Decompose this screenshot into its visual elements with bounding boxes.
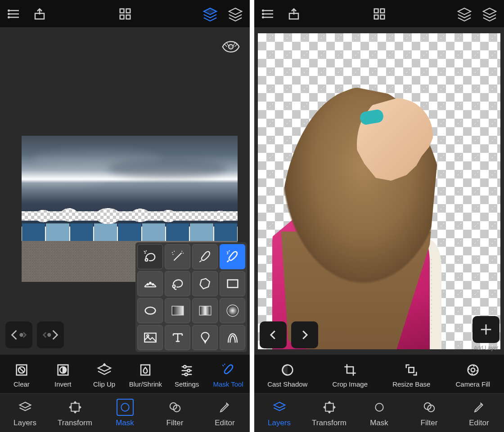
grid-icon[interactable] — [114, 3, 136, 25]
tab-filter-label: Filter — [421, 419, 438, 428]
mask-tool-grid — [135, 242, 247, 352]
list-icon[interactable] — [258, 3, 279, 25]
clipup-option[interactable]: Clip Up — [86, 362, 122, 388]
svg-rect-60 — [380, 15, 384, 19]
svg-rect-28 — [199, 306, 211, 315]
gradient-linear-icon[interactable] — [165, 298, 190, 323]
svg-point-67 — [468, 365, 478, 375]
tab-transform-label: Transform — [312, 419, 346, 428]
svg-point-13 — [229, 45, 233, 49]
brush-erase-icon[interactable] — [192, 244, 218, 269]
gradient-mirror-icon[interactable] — [192, 298, 218, 323]
tab-transform[interactable]: Transform — [304, 393, 354, 432]
svg-point-40 — [184, 365, 186, 368]
svg-point-29 — [227, 305, 238, 316]
share-icon[interactable] — [283, 3, 305, 25]
lasso-auto-icon[interactable] — [137, 244, 163, 269]
landscape-mask-icon[interactable] — [137, 325, 163, 350]
settings-label: Settings — [175, 380, 199, 388]
cast-shadow-option[interactable]: Cast Shadow — [267, 362, 307, 388]
svg-rect-66 — [409, 367, 414, 372]
right-panel: Add Layer Cast Shadow Crop Image Resize … — [254, 0, 504, 432]
tab-mask-label: Mask — [116, 419, 134, 428]
tab-filter[interactable]: Filter — [150, 393, 200, 432]
svg-point-18 — [19, 333, 23, 337]
tab-layers-label: Layers — [268, 419, 291, 428]
brush-restore-icon[interactable] — [220, 244, 245, 269]
tab-mask[interactable]: Mask — [100, 393, 150, 432]
left-panel: Clear Invert Clip Up Blur/Shrink Setting… — [0, 0, 250, 432]
tab-transform-label: Transform — [58, 419, 92, 428]
polygon-lasso-icon[interactable] — [192, 271, 218, 296]
svg-rect-10 — [126, 15, 130, 19]
grid-icon[interactable] — [369, 3, 390, 25]
visibility-toggle-icon[interactable] — [222, 40, 240, 53]
ellipse-icon[interactable] — [137, 298, 163, 323]
next-layer-button[interactable] — [291, 321, 318, 348]
layers-icon[interactable] — [225, 3, 246, 25]
camera-fill-label: Camera Fill — [455, 380, 490, 388]
crop-image-option[interactable]: Crop Image — [332, 362, 368, 388]
canvas[interactable] — [0, 28, 250, 355]
nav-prev-button[interactable] — [5, 321, 32, 348]
hair-mask-icon[interactable] — [220, 325, 245, 350]
text-mask-icon[interactable] — [165, 325, 190, 350]
transparent-canvas — [258, 33, 500, 349]
shape-mask-icon[interactable] — [192, 325, 218, 350]
svg-rect-58 — [380, 9, 384, 13]
svg-point-42 — [188, 369, 190, 372]
top-toolbar — [254, 0, 504, 28]
svg-line-17 — [233, 42, 235, 46]
svg-rect-30 — [144, 333, 156, 342]
svg-line-16 — [234, 44, 238, 47]
share-icon[interactable] — [29, 3, 50, 25]
layers-icon[interactable] — [479, 3, 500, 25]
tab-layers[interactable]: Layers — [0, 393, 50, 432]
svg-point-71 — [375, 403, 383, 411]
lasso-icon[interactable] — [165, 271, 190, 296]
tab-filter[interactable]: Filter — [404, 393, 454, 432]
tab-editor-label: Editor — [215, 419, 234, 428]
prev-layer-button[interactable] — [260, 321, 287, 348]
resize-base-option[interactable]: Resize Base — [392, 362, 430, 388]
tab-mask-label: Mask — [370, 419, 388, 428]
settings-option[interactable]: Settings — [169, 362, 205, 388]
nav-next-button[interactable] — [37, 321, 64, 348]
tab-editor[interactable]: Editor — [200, 393, 250, 432]
color-range-icon[interactable] — [137, 271, 163, 296]
svg-point-47 — [121, 403, 129, 411]
tab-editor[interactable]: Editor — [454, 393, 504, 432]
clear-option[interactable]: Clear — [4, 362, 40, 388]
tab-layers-label: Layers — [14, 419, 36, 428]
mask-tool-option[interactable]: Mask Tool — [210, 362, 246, 388]
tab-transform[interactable]: Transform — [50, 393, 100, 432]
layers-stack-outline-icon[interactable] — [454, 3, 475, 25]
svg-line-34 — [19, 367, 24, 372]
tab-mask[interactable]: Mask — [354, 393, 404, 432]
bottom-tab-bar: Layers Transform Mask Filter Editor — [0, 393, 250, 432]
camera-fill-option[interactable]: Camera Fill — [455, 362, 491, 388]
svg-point-26 — [145, 307, 155, 314]
svg-point-24 — [172, 285, 175, 288]
wand-mask-icon[interactable] — [165, 244, 190, 269]
canvas[interactable]: Add Layer — [254, 28, 504, 355]
svg-rect-7 — [120, 9, 124, 13]
svg-marker-45 — [19, 402, 31, 408]
tab-layers[interactable]: Layers — [254, 393, 304, 432]
add-layer-button[interactable]: Add Layer — [472, 316, 500, 343]
svg-point-21 — [149, 282, 151, 284]
svg-point-5 — [8, 17, 9, 18]
svg-point-22 — [147, 284, 148, 285]
svg-marker-11 — [204, 8, 216, 14]
svg-point-68 — [471, 368, 475, 372]
gradient-radial-icon[interactable] — [220, 298, 245, 323]
layers-stack-icon[interactable] — [199, 3, 221, 25]
clear-label: Clear — [14, 380, 30, 388]
list-icon[interactable] — [4, 3, 25, 25]
svg-rect-25 — [227, 280, 238, 288]
svg-line-14 — [224, 44, 227, 47]
invert-option[interactable]: Invert — [45, 362, 81, 388]
rectangle-icon[interactable] — [220, 271, 245, 296]
blur-shrink-option[interactable]: Blur/Shrink — [127, 362, 163, 388]
svg-point-19 — [47, 333, 51, 337]
